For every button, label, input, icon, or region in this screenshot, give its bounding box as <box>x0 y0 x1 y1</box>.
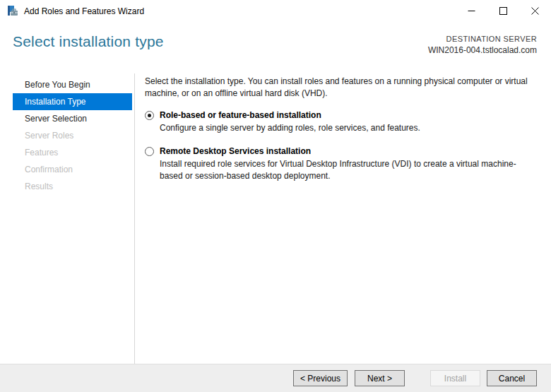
sidebar-item-confirmation: Confirmation <box>13 161 132 178</box>
option-description-role-based: Configure a single server by adding role… <box>160 122 535 134</box>
wizard-steps-sidebar: Before You Begin Installation Type Serve… <box>13 76 132 195</box>
option-label-remote-desktop[interactable]: Remote Desktop Services installation <box>160 146 311 156</box>
minimize-icon[interactable] <box>456 0 487 21</box>
intro-text: Select the installation type. You can in… <box>145 76 535 100</box>
title-bar: Add Roles and Features Wizard <box>0 0 551 22</box>
previous-button[interactable]: < Previous <box>293 370 348 386</box>
option-remote-desktop: Remote Desktop Services installation Ins… <box>145 146 535 182</box>
sidebar-item-server-selection[interactable]: Server Selection <box>13 110 132 127</box>
destination-block: DESTINATION SERVER WIN2016-004.tstlocala… <box>428 35 537 55</box>
install-button: Install <box>430 370 480 386</box>
radio-remote-desktop-installation[interactable] <box>145 147 154 156</box>
destination-server-label: DESTINATION SERVER <box>428 35 537 43</box>
option-label-role-based[interactable]: Role-based or feature-based installation <box>160 110 321 120</box>
cancel-button[interactable]: Cancel <box>487 370 537 386</box>
sidebar-item-installation-type[interactable]: Installation Type <box>13 93 132 110</box>
page-title: Select installation type <box>13 33 164 50</box>
sidebar-item-features: Features <box>13 144 132 161</box>
footer-button-bar: < Previous Next > Install Cancel <box>0 364 551 392</box>
next-button[interactable]: Next > <box>355 370 405 386</box>
sidebar-item-results: Results <box>13 178 132 195</box>
option-role-based: Role-based or feature-based installation… <box>145 110 535 134</box>
maximize-icon[interactable] <box>487 0 519 21</box>
sidebar-item-before-you-begin[interactable]: Before You Begin <box>13 76 132 93</box>
radio-role-based-installation[interactable] <box>145 111 154 120</box>
sidebar-item-server-roles: Server Roles <box>13 127 132 144</box>
server-manager-toolbox-icon <box>7 6 18 17</box>
close-icon[interactable] <box>519 0 551 21</box>
option-description-remote-desktop: Install required role services for Virtu… <box>160 158 535 182</box>
window-title: Add Roles and Features Wizard <box>24 6 144 16</box>
caption-buttons <box>456 0 551 21</box>
destination-server-name: WIN2016-004.tstlocalad.com <box>428 45 537 55</box>
main-content: Select the installation type. You can in… <box>145 76 535 194</box>
sidebar-divider <box>134 73 135 364</box>
